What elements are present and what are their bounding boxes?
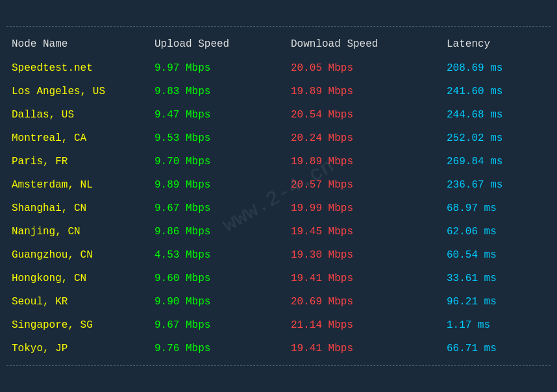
cell-node: Guangzhou, CN — [6, 243, 149, 267]
cell-download: 19.30 Mbps — [286, 243, 441, 267]
cell-latency: 60.54 ms — [441, 243, 551, 267]
table-header-row: Node Name Upload Speed Download Speed La… — [6, 32, 551, 56]
cell-latency: 244.68 ms — [441, 103, 551, 127]
table-row: Seoul, KR9.90 Mbps20.69 Mbps96.21 ms — [6, 290, 551, 313]
cell-upload: 9.90 Mbps — [149, 290, 286, 313]
table-body: Speedtest.net9.97 Mbps20.05 Mbps208.69 m… — [6, 56, 551, 360]
cell-node: Amsterdam, NL — [6, 173, 149, 197]
table-row: Los Angeles, US9.83 Mbps19.89 Mbps241.60… — [6, 80, 551, 103]
cell-latency: 252.02 ms — [441, 127, 551, 150]
cell-latency: 66.71 ms — [441, 337, 551, 360]
cell-upload: 9.83 Mbps — [149, 80, 286, 103]
header-node: Node Name — [6, 32, 149, 56]
cell-upload: 9.47 Mbps — [149, 103, 286, 127]
table-row: Paris, FR9.70 Mbps19.89 Mbps269.84 ms — [6, 150, 551, 173]
table-row: Singapore, SG9.67 Mbps21.14 Mbps1.17 ms — [6, 313, 551, 337]
top-divider — [6, 26, 551, 27]
cell-download: 19.99 Mbps — [286, 197, 441, 220]
cell-latency: 1.17 ms — [441, 313, 551, 337]
cell-latency: 269.84 ms — [441, 150, 551, 173]
table-row: Amsterdam, NL9.89 Mbps20.57 Mbps236.67 m… — [6, 173, 551, 197]
cell-download: 19.89 Mbps — [286, 80, 441, 103]
cell-download: 19.89 Mbps — [286, 150, 441, 173]
cell-latency: 241.60 ms — [441, 80, 551, 103]
cell-upload: 9.67 Mbps — [149, 197, 286, 220]
cell-upload: 9.60 Mbps — [149, 267, 286, 290]
cell-latency: 33.61 ms — [441, 267, 551, 290]
cell-latency: 236.67 ms — [441, 173, 551, 197]
cell-latency: 62.06 ms — [441, 220, 551, 243]
cell-download: 20.54 Mbps — [286, 103, 441, 127]
cell-latency: 208.69 ms — [441, 56, 551, 80]
cell-upload: 9.70 Mbps — [149, 150, 286, 173]
cell-download: 20.24 Mbps — [286, 127, 441, 150]
table-row: Nanjing, CN9.86 Mbps19.45 Mbps62.06 ms — [6, 220, 551, 243]
cell-node: Paris, FR — [6, 150, 149, 173]
cell-node: Speedtest.net — [6, 56, 149, 80]
speed-table: Node Name Upload Speed Download Speed La… — [6, 32, 551, 360]
cell-upload: 9.89 Mbps — [149, 173, 286, 197]
cell-download: 19.41 Mbps — [286, 337, 441, 360]
bottom-divider — [6, 365, 551, 366]
header-download: Download Speed — [286, 32, 441, 56]
cell-node: Montreal, CA — [6, 127, 149, 150]
table-row: Tokyo, JP9.76 Mbps19.41 Mbps66.71 ms — [6, 337, 551, 360]
cell-download: 19.41 Mbps — [286, 267, 441, 290]
cell-download: 20.05 Mbps — [286, 56, 441, 80]
header-upload: Upload Speed — [149, 32, 286, 56]
cell-node: Singapore, SG — [6, 313, 149, 337]
cell-download: 21.14 Mbps — [286, 313, 441, 337]
cell-node: Tokyo, JP — [6, 337, 149, 360]
cell-latency: 68.97 ms — [441, 197, 551, 220]
table-row: Guangzhou, CN4.53 Mbps19.30 Mbps60.54 ms — [6, 243, 551, 267]
table-row: Montreal, CA9.53 Mbps20.24 Mbps252.02 ms — [6, 127, 551, 150]
cell-latency: 96.21 ms — [441, 290, 551, 313]
cell-upload: 9.67 Mbps — [149, 313, 286, 337]
cell-node: Hongkong, CN — [6, 267, 149, 290]
cell-node: Dallas, US — [6, 103, 149, 127]
main-container: Node Name Upload Speed Download Speed La… — [0, 21, 557, 371]
cell-upload: 9.97 Mbps — [149, 56, 286, 80]
cell-upload: 4.53 Mbps — [149, 243, 286, 267]
cell-node: Nanjing, CN — [6, 220, 149, 243]
table-row: Speedtest.net9.97 Mbps20.05 Mbps208.69 m… — [6, 56, 551, 80]
cell-download: 20.69 Mbps — [286, 290, 441, 313]
cell-node: Seoul, KR — [6, 290, 149, 313]
header-latency: Latency — [441, 32, 551, 56]
cell-upload: 9.86 Mbps — [149, 220, 286, 243]
cell-upload: 9.76 Mbps — [149, 337, 286, 360]
cell-download: 20.57 Mbps — [286, 173, 441, 197]
table-row: Dallas, US9.47 Mbps20.54 Mbps244.68 ms — [6, 103, 551, 127]
cell-node: Los Angeles, US — [6, 80, 149, 103]
table-row: Shanghai, CN9.67 Mbps19.99 Mbps68.97 ms — [6, 197, 551, 220]
table-row: Hongkong, CN9.60 Mbps19.41 Mbps33.61 ms — [6, 267, 551, 290]
cell-download: 19.45 Mbps — [286, 220, 441, 243]
cell-upload: 9.53 Mbps — [149, 127, 286, 150]
cell-node: Shanghai, CN — [6, 197, 149, 220]
